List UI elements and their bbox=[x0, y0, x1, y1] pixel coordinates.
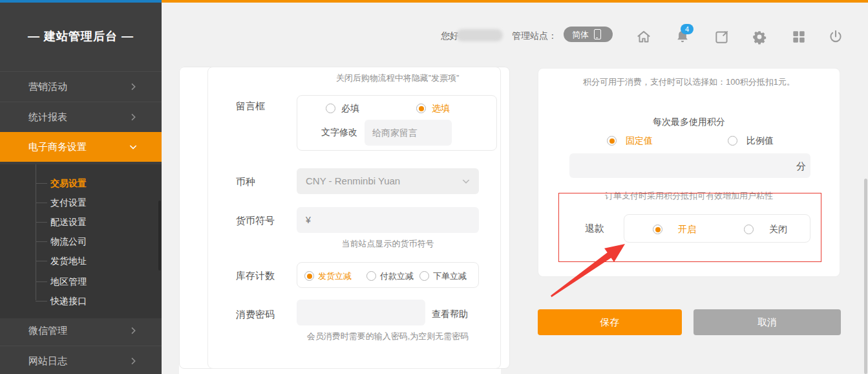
chevron-right-icon bbox=[128, 325, 138, 336]
logout-power-icon[interactable] bbox=[827, 28, 844, 45]
points-usage-note: 积分可用于消费，支付时可以选择如：100积分抵扣1元。 bbox=[538, 76, 840, 88]
username-redacted bbox=[456, 29, 503, 41]
stock-count-group: 发货立减 付款立减 下单立减 bbox=[297, 262, 479, 288]
sidebar-item-site-log[interactable]: 网站日志 bbox=[0, 346, 162, 374]
page-scrollbar[interactable] bbox=[864, 179, 867, 374]
admin-page: — 建站管理后台 — 营销活动 统计报表 电子商务设置 交易设置 支付设置 配送… bbox=[0, 0, 868, 374]
sidebar-scrollbar[interactable] bbox=[158, 201, 161, 270]
site-language-value: 简体 bbox=[572, 29, 589, 41]
submenu-item-delivery-settings[interactable]: 配送设置 bbox=[0, 212, 162, 232]
message-box-group: 必填 选填 文字修改 给商家留言 bbox=[297, 95, 497, 151]
chevron-right-icon bbox=[128, 82, 138, 92]
consume-password-input[interactable] bbox=[297, 300, 425, 325]
max-points-input[interactable] bbox=[569, 153, 810, 178]
chevron-down-icon bbox=[128, 142, 138, 152]
chevron-down-icon bbox=[461, 176, 471, 186]
sidebar-title: — 建站管理后台 — bbox=[0, 28, 162, 44]
consume-password-help: 会员消费时需要的输入密码,为空则无需密码 bbox=[271, 331, 504, 342]
radio-ratio-value[interactable]: 比例值 bbox=[728, 135, 774, 147]
radio-optional-circle[interactable] bbox=[416, 104, 426, 113]
currency-symbol-input[interactable]: ¥ bbox=[297, 207, 479, 233]
consume-password-label: 消费密码 bbox=[236, 309, 275, 321]
top-strip-orange bbox=[162, 0, 868, 3]
radio-ship-deduct[interactable]: 发货立减 bbox=[304, 270, 352, 282]
submenu-item-region-management[interactable]: 地区管理 bbox=[0, 272, 162, 291]
submenu-item-logistics-company[interactable]: 物流公司 bbox=[0, 232, 162, 251]
currency-symbol-label: 货币符号 bbox=[236, 215, 275, 227]
managed-site-label: 管理站点： bbox=[512, 30, 557, 42]
message-box-label: 留言框 bbox=[236, 100, 265, 113]
notification-count-badge: 4 bbox=[681, 24, 693, 34]
radio-required-circle[interactable] bbox=[326, 104, 335, 113]
points-unit-suffix: 分 bbox=[796, 160, 806, 173]
view-help-link[interactable]: 查看帮助 bbox=[432, 309, 468, 320]
radio-optional[interactable]: 选填 bbox=[416, 102, 450, 115]
submenu-item-express-interface[interactable]: 快递接口 bbox=[0, 291, 162, 311]
sidebar-item-marketing[interactable]: 营销活动 bbox=[0, 71, 162, 102]
chevron-right-icon bbox=[128, 112, 138, 122]
submenu-item-shipping-address[interactable]: 发货地址 bbox=[0, 251, 162, 270]
chevron-right-icon bbox=[128, 356, 138, 366]
radio-fixed-value[interactable]: 固定值 bbox=[607, 135, 653, 147]
cancel-button[interactable]: 取消 bbox=[693, 309, 841, 335]
settings-gear-icon[interactable] bbox=[751, 28, 768, 45]
mobile-preview-icon bbox=[594, 29, 601, 39]
submenu-item-payment-settings[interactable]: 支付设置 bbox=[0, 193, 162, 212]
text-edit-label: 文字修改 bbox=[321, 127, 357, 138]
sidebar: — 建站管理后台 — 营销活动 统计报表 电子商务设置 交易设置 支付设置 配送… bbox=[0, 3, 162, 374]
submenu-item-trade-settings[interactable]: 交易设置 bbox=[0, 173, 162, 193]
home-icon[interactable] bbox=[635, 28, 652, 45]
currency-label: 币种 bbox=[236, 176, 255, 188]
currency-select[interactable]: CNY - Renminbi Yuan bbox=[297, 168, 479, 194]
currency-symbol-help: 当前站点显示的货币符号 bbox=[297, 238, 479, 250]
sidebar-item-wechat[interactable]: 微信管理 bbox=[0, 316, 162, 346]
message-text-input[interactable]: 给商家留言 bbox=[365, 120, 452, 146]
radio-order-deduct[interactable]: 下单立减 bbox=[419, 270, 467, 282]
invoice-note: 关闭后购物流程中将隐藏”发票项” bbox=[304, 72, 491, 84]
radio-pay-deduct[interactable]: 付款立减 bbox=[366, 270, 414, 282]
sidebar-item-reports[interactable]: 统计报表 bbox=[0, 102, 162, 133]
sidebar-item-ecommerce-settings[interactable]: 电子商务设置 bbox=[0, 132, 162, 162]
annotation-highlight-box bbox=[558, 193, 821, 262]
radio-required[interactable]: 必填 bbox=[326, 102, 359, 115]
stock-count-label: 库存计数 bbox=[236, 270, 275, 282]
edit-icon[interactable] bbox=[714, 28, 730, 45]
site-language-selector[interactable]: 简体 bbox=[564, 27, 613, 42]
apps-grid-icon[interactable] bbox=[790, 28, 807, 45]
max-points-title: 每次最多使用积分 bbox=[538, 116, 840, 128]
save-button[interactable]: 保存 bbox=[538, 309, 682, 335]
